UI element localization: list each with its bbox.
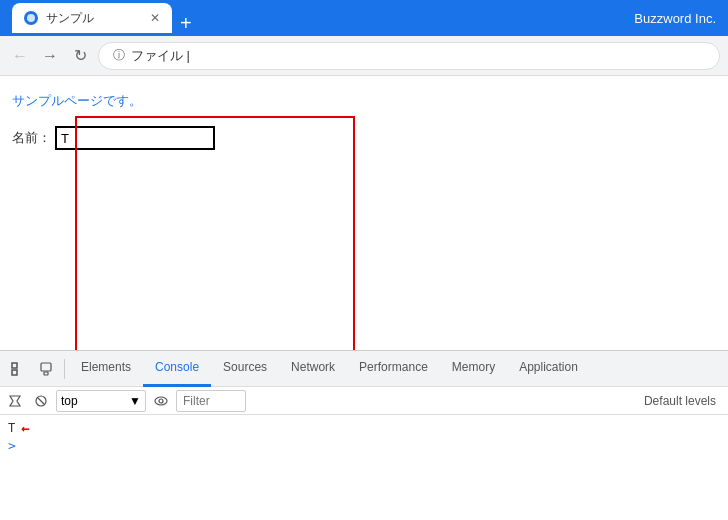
svg-rect-4 [44,372,48,375]
tab-application[interactable]: Application [507,351,590,387]
tab-favicon-icon [24,11,38,25]
inspect-element-button[interactable] [4,355,32,383]
console-stop-button[interactable] [30,390,52,412]
console-output: T ← > [0,415,728,520]
name-input[interactable] [55,126,215,150]
forward-button[interactable]: → [38,44,62,68]
form-row: 名前： [12,126,716,150]
console-prompt-row[interactable]: > [8,437,720,454]
new-tab-button[interactable]: + [180,13,192,33]
tab-performance[interactable]: Performance [347,351,440,387]
back-icon: ← [12,47,28,65]
tab-bar: サンプル ✕ + [12,3,634,33]
tab-close-icon[interactable]: ✕ [150,11,160,25]
devtools-tabs: Elements Console Sources Network Perform… [0,351,728,387]
browser-brand: Buzzword Inc. [634,11,716,26]
devtools-separator [64,359,65,379]
page-intro-text: サンプルページです。 [12,92,716,110]
tab-sources[interactable]: Sources [211,351,279,387]
titlebar: サンプル ✕ + Buzzword Inc. [0,0,728,36]
svg-point-9 [159,399,163,403]
console-row-t: T ← [8,419,720,437]
filter-input[interactable] [176,390,246,412]
tab-memory[interactable]: Memory [440,351,507,387]
dropdown-icon: ▼ [129,394,141,408]
context-selector-text: top [61,394,125,408]
devtools-toolbar: top ▼ Default levels [0,387,728,415]
forward-icon: → [42,47,58,65]
context-selector[interactable]: top ▼ [56,390,146,412]
console-arrow-icon: ← [21,420,29,436]
devtools-panel: Elements Console Sources Network Perform… [0,350,728,520]
refresh-button[interactable]: ↻ [68,44,92,68]
svg-marker-5 [10,396,20,406]
address-bar: ← → ↻ ⓘ ファイル | [0,36,728,76]
console-output-text: T [8,421,15,435]
back-button[interactable]: ← [8,44,32,68]
form-label: 名前： [12,129,51,147]
browser-tab[interactable]: サンプル ✕ [12,3,172,33]
eye-button[interactable] [150,390,172,412]
svg-rect-3 [41,363,51,371]
address-text: ファイル | [131,47,190,65]
svg-rect-2 [12,370,17,375]
lock-icon: ⓘ [113,47,125,64]
svg-point-0 [27,14,35,22]
address-input[interactable]: ⓘ ファイル | [98,42,720,70]
page-content: サンプルページです。 名前： [0,76,728,350]
annotation-box [75,116,355,350]
tab-elements[interactable]: Elements [69,351,143,387]
svg-rect-1 [12,363,17,368]
tab-network[interactable]: Network [279,351,347,387]
device-toolbar-button[interactable] [32,355,60,383]
tab-console[interactable]: Console [143,351,211,387]
refresh-icon: ↻ [74,46,87,65]
clear-console-button[interactable] [4,390,26,412]
default-levels-label: Default levels [644,394,724,408]
svg-line-7 [38,398,44,404]
svg-point-8 [155,397,167,405]
tab-title: サンプル [46,10,142,27]
console-prompt-symbol: > [8,438,16,453]
